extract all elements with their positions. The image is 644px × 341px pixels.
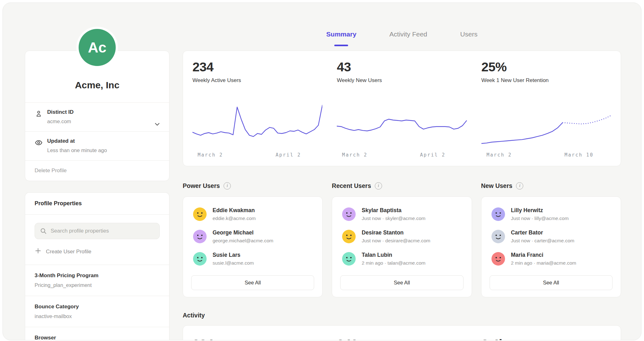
summary-card: 234Weekly Active UsersMarch 2April 243We… — [183, 51, 621, 166]
activity-card: 2342403.4k — [183, 325, 621, 340]
stat-value: 43 — [337, 60, 467, 74]
user-meta: Just now · carter@acme.com — [511, 238, 575, 244]
app-window: Ac Acme, Inc Distinct ID acme.com — [3, 3, 641, 340]
section-header-new-users: New Usersi — [481, 181, 621, 190]
company-avatar: Ac — [79, 29, 116, 66]
user-avatar-icon — [193, 230, 207, 243]
property-rows: 3-Month Pricing ProgramPricing_plan_expe… — [25, 265, 169, 340]
section-title: Power Users — [183, 182, 220, 190]
user-meta: 2 min ago · talan@acme.com — [362, 260, 425, 266]
company-avatar-circle: Ac — [79, 29, 116, 66]
axis-tick: April 2 — [420, 152, 446, 158]
user-text: Susie Larssusie.l@acme.com — [213, 252, 254, 266]
user-row-talan-lubin[interactable]: Talan Lubin2 min ago · talan@acme.com — [340, 248, 463, 270]
see-all-button[interactable]: See All — [490, 275, 613, 290]
chevron-down-icon[interactable] — [153, 120, 161, 129]
user-text: Skylar BaptistaJust now · skyler@acme.co… — [362, 207, 425, 221]
users-card-recent-users: Skylar BaptistaJust now · skyler@acme.co… — [332, 196, 472, 297]
profile-card: Ac Acme, Inc Distinct ID acme.com — [25, 51, 169, 181]
person-icon — [35, 110, 47, 119]
activity-stat-value: 3.4k — [481, 337, 611, 340]
tab-users[interactable]: Users — [460, 30, 478, 39]
user-row-skylar-baptista[interactable]: Skylar BaptistaJust now · skyler@acme.co… — [340, 203, 463, 225]
user-meta: eddie.k@acme.com — [213, 216, 256, 221]
activity-stats-grid: 2342403.4k — [192, 337, 611, 340]
users-card-new-users: Lilly HerwitzJust now · lilly@acme.com C… — [481, 196, 621, 297]
stat-column-weekly-new-users: 43Weekly New UsersMarch 2April 2 — [337, 60, 467, 160]
user-name: Maria Franci — [511, 252, 576, 258]
tab-summary[interactable]: Summary — [326, 30, 357, 39]
trend-chart-weekly-new-users — [337, 100, 467, 147]
section-title: Recent Users — [332, 182, 371, 190]
user-meta: Just now · desirare@acme.com — [362, 238, 430, 244]
user-name: Eddie Kwakman — [213, 207, 256, 214]
info-icon[interactable]: i — [516, 182, 523, 190]
info-icon[interactable]: i — [375, 182, 382, 190]
user-text: Maria Franci2 min ago · maria@acme.com — [511, 252, 576, 266]
property-value: inactive-mailbox — [35, 313, 160, 319]
user-text: Lilly HerwitzJust now · lilly@acme.com — [511, 207, 569, 221]
user-name: Carter Bator — [511, 229, 575, 236]
user-section-power-users: Power Usersi Eddie Kwakmaneddie.k@acme.c… — [183, 181, 323, 297]
axis-tick: March 10 — [564, 152, 593, 158]
property-row-3-month-pricing-program: 3-Month Pricing ProgramPricing_plan_expe… — [25, 265, 169, 296]
eye-icon — [35, 139, 47, 148]
field-label: Updated at — [47, 138, 150, 144]
user-avatar-icon — [491, 252, 505, 266]
axis-tick: March 2 — [198, 152, 223, 158]
info-icon[interactable]: i — [224, 182, 231, 190]
user-avatar-icon — [342, 252, 356, 266]
profile-properties-card: Profile Properties — [25, 192, 169, 340]
x-axis: March 2March 10 — [481, 151, 611, 160]
section-title: New Users — [481, 182, 513, 190]
field-row-distinct-id: Distinct ID acme.com — [25, 102, 169, 131]
user-meta: Just now · skyler@acme.com — [362, 216, 425, 221]
property-row-browser: BrowserChrome — [25, 327, 169, 340]
property-label: Bounce Category — [35, 304, 160, 310]
field-value: Less than one minute ago — [47, 147, 150, 153]
trend-chart-week-1-new-user-retention — [481, 100, 611, 147]
user-section-recent-users: Recent Usersi Skylar BaptistaJust now · … — [332, 181, 472, 297]
field-label: Distinct ID — [47, 109, 150, 115]
user-row-george-michael[interactable]: George Michaelgeorge.michael@acme.com — [191, 225, 314, 248]
x-axis: March 2April 2 — [337, 151, 467, 160]
stat-label: Week 1 New User Retention — [481, 77, 611, 84]
stat-label: Weekly New Users — [337, 77, 467, 84]
main-content: SummaryActivity FeedUsers 234Weekly Acti… — [183, 3, 621, 340]
axis-tick: March 2 — [342, 152, 368, 158]
create-user-profile-button[interactable]: Create User Profile — [25, 239, 169, 265]
activity-stat-value: 240 — [337, 337, 467, 340]
see-all-button[interactable]: See All — [191, 275, 314, 290]
field-row-updated-at: Updated at Less than one minute ago — [25, 131, 169, 160]
see-all-button[interactable]: See All — [340, 275, 463, 290]
plus-icon — [35, 247, 42, 256]
user-row-susie-lars[interactable]: Susie Larssusie.l@acme.com — [191, 248, 314, 270]
trend-chart-weekly-active-users — [192, 100, 322, 147]
user-name: Susie Lars — [213, 252, 254, 258]
user-meta: 2 min ago · maria@acme.com — [511, 260, 576, 266]
user-row-lilly-herwitz[interactable]: Lilly HerwitzJust now · lilly@acme.com — [490, 203, 613, 225]
tab-activity-feed[interactable]: Activity Feed — [389, 30, 427, 39]
tab-bar: SummaryActivity FeedUsers — [183, 3, 621, 51]
user-row-carter-bator[interactable]: Carter BatorJust now · carter@acme.com — [490, 225, 613, 248]
stat-value: 234 — [192, 60, 322, 74]
delete-profile-button[interactable]: Delete Profile — [25, 160, 169, 181]
user-name: Desirae Stanton — [362, 229, 430, 236]
user-row-maria-franci[interactable]: Maria Franci2 min ago · maria@acme.com — [490, 248, 613, 270]
user-section-new-users: New Usersi Lilly HerwitzJust now · lilly… — [481, 181, 621, 297]
section-header-recent-users: Recent Usersi — [332, 181, 472, 190]
user-name: Lilly Herwitz — [511, 207, 569, 214]
user-meta: Just now · lilly@acme.com — [511, 216, 569, 221]
user-sections-grid: Power Usersi Eddie Kwakmaneddie.k@acme.c… — [183, 181, 621, 297]
user-text: Carter BatorJust now · carter@acme.com — [511, 229, 575, 244]
search-icon — [40, 227, 47, 236]
user-row-desirae-stanton[interactable]: Desirae StantonJust now · desirare@acme.… — [340, 225, 463, 248]
stat-value: 25% — [481, 60, 611, 74]
user-avatar-icon — [342, 230, 356, 243]
user-avatar-icon — [491, 207, 505, 221]
user-name: Talan Lubin — [362, 252, 425, 258]
search-profile-properties-input[interactable] — [35, 223, 160, 239]
user-text: Desirae StantonJust now · desirare@acme.… — [362, 229, 430, 244]
user-row-eddie-kwakman[interactable]: Eddie Kwakmaneddie.k@acme.com — [191, 203, 314, 225]
user-avatar-icon — [193, 207, 207, 221]
